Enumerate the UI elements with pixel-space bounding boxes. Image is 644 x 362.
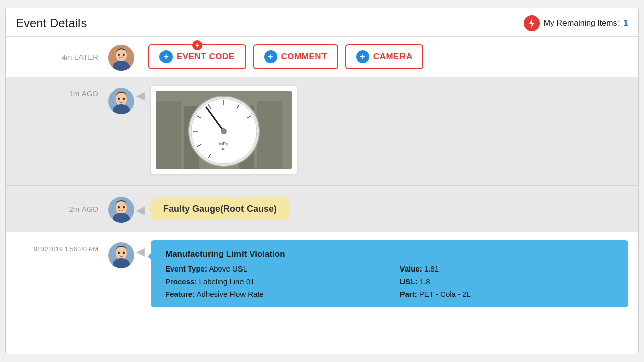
svg-rect-16: [257, 101, 282, 169]
process-value: Labeling Line 01: [199, 277, 255, 286]
event-detail-title: Manufacturing Limit Violation: [165, 249, 614, 259]
svg-point-29: [221, 128, 227, 134]
remaining-label: My Remaining Items:: [544, 19, 619, 28]
svg-rect-14: [156, 101, 181, 169]
part-label: Part:: [400, 290, 417, 298]
faulty-row: 2m AGO ◀: [6, 185, 638, 232]
time-label-event: 9/30/2019 1:56:20 PM: [6, 240, 106, 253]
time-label-faulty: 2m AGO: [6, 205, 106, 213]
arrow-icon-image: ◀: [136, 89, 145, 102]
camera-label: CAMERA: [373, 52, 413, 62]
svg-point-12: [123, 98, 125, 100]
svg-point-40: [118, 252, 120, 254]
svg-text:MPa: MPa: [219, 141, 229, 146]
feature-label: Feature:: [165, 290, 195, 298]
image-content: MPa bar: [149, 86, 638, 176]
svg-point-6: [123, 54, 125, 56]
svg-point-35: [118, 206, 120, 209]
process-label: Process:: [165, 277, 197, 286]
actions-row: 4m LATER: [6, 36, 638, 77]
image-row: 1m AGO ◀: [6, 77, 638, 185]
part-row: Part: PET - Cola - 2L: [400, 290, 615, 298]
event-code-label: EVENT CODE: [177, 52, 235, 62]
svg-point-33: [116, 201, 127, 214]
lightning-icon: [524, 15, 540, 31]
avatar-female: [108, 45, 134, 71]
svg-point-9: [116, 93, 127, 106]
svg-marker-0: [529, 18, 534, 28]
feature-row: Feature: Adhesive Flow Rate: [165, 290, 380, 298]
svg-point-36: [123, 206, 125, 209]
svg-point-11: [118, 98, 120, 100]
camera-plus-icon: +: [356, 50, 369, 63]
event-detail-grid: Event Type: Above USL Value: 1.81 Proces…: [165, 264, 614, 298]
event-row: 9/30/2019 1:56:20 PM: [6, 232, 638, 315]
event-type-value: Above USL: [209, 264, 247, 273]
svg-point-38: [116, 247, 127, 260]
part-value: PET - Cola - 2L: [419, 290, 471, 298]
feature-value: Adhesive Flow Rate: [197, 290, 264, 298]
usl-label: USL:: [400, 277, 418, 286]
usl-row: USL: 1.8: [400, 277, 615, 286]
usl-value: 1.8: [420, 277, 430, 286]
svg-marker-7: [196, 42, 199, 49]
svg-point-5: [118, 54, 120, 56]
value-label: Value:: [400, 264, 422, 273]
action-buttons-container: + EVENT CODE + COMMENT + CAMERA: [136, 44, 638, 69]
event-type-row: Event Type: Above USL: [165, 264, 380, 273]
svg-text:bar: bar: [220, 146, 227, 151]
svg-point-41: [123, 252, 125, 254]
event-code-plus-icon: +: [159, 50, 173, 63]
gauge-image-card: MPa bar: [151, 86, 297, 174]
event-code-lightning-badge: [192, 40, 202, 50]
comment-label: COMMENT: [281, 52, 327, 62]
event-type-label: Event Type:: [165, 264, 207, 273]
avatar-male-2: [108, 197, 134, 223]
page-title: Event Details: [16, 16, 87, 30]
remaining-items-area: My Remaining Items: 1: [524, 15, 628, 31]
faulty-bubble-text: Faulty Gauge(Root Cause): [163, 204, 277, 214]
time-label-image: 1m AGO: [6, 86, 106, 98]
value-row: Value: 1.81: [400, 264, 615, 273]
value-value: 1.81: [424, 264, 439, 273]
comment-button[interactable]: + COMMENT: [253, 44, 338, 69]
time-label-actions: 4m LATER: [6, 53, 106, 61]
event-detail-card: Manufacturing Limit Violation Event Type…: [151, 240, 628, 307]
avatar-male-3: [108, 242, 134, 268]
camera-button[interactable]: + CAMERA: [345, 44, 424, 69]
comment-plus-icon: +: [264, 50, 277, 63]
process-row: Process: Labeling Line 01: [165, 277, 380, 286]
faulty-bubble: Faulty Gauge(Root Cause): [151, 198, 289, 220]
avatar-male-1: [108, 88, 134, 114]
event-code-button[interactable]: + EVENT CODE: [148, 44, 246, 69]
remaining-count: 1: [623, 18, 628, 29]
gauge-svg: MPa bar: [156, 91, 292, 169]
